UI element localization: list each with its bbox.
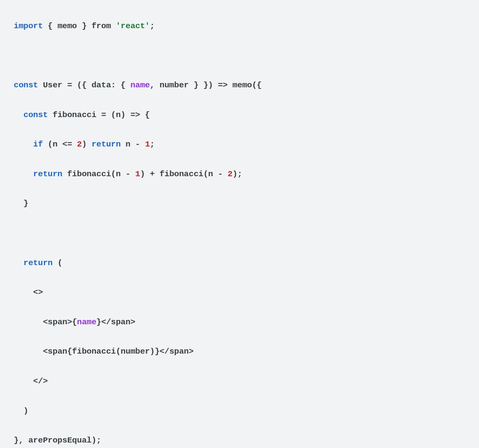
code-line-empty — [14, 48, 465, 63]
jsx-tag: </span> — [101, 318, 135, 327]
property-name: name — [77, 318, 96, 327]
number-literal: 1 — [135, 170, 140, 179]
code-indent — [14, 110, 24, 119]
jsx-fragment: <> — [14, 288, 43, 297]
code-text: } — [96, 318, 101, 327]
code-line: const User = ({ data: { name, number } }… — [14, 78, 465, 93]
code-text: { — [72, 318, 77, 327]
code-text: ) — [82, 140, 92, 149]
code-text: ; — [150, 22, 154, 31]
string-literal: 'react' — [116, 22, 150, 31]
jsx-fragment-close: </> — [14, 377, 48, 386]
jsx-tag: </span> — [160, 347, 194, 356]
code-line: } — [14, 196, 465, 211]
code-text: fibonacci = (n) => { — [48, 110, 150, 119]
code-line: import { memo } from 'react'; — [14, 19, 465, 34]
code-line: </> — [14, 374, 465, 389]
code-indent — [14, 140, 33, 149]
code-text: ; — [150, 140, 154, 149]
code-text: {fibonacci(number)} — [67, 347, 160, 356]
jsx-tag: <span — [43, 347, 67, 356]
number-literal: 2 — [77, 140, 82, 149]
code-line: <span{fibonacci(number)}</span> — [14, 344, 465, 359]
code-line: }, arePropsEqual); — [14, 433, 465, 448]
code-line: return ( — [14, 256, 465, 271]
code-indent — [14, 318, 43, 327]
code-line: ) — [14, 404, 465, 419]
code-text: ( — [53, 258, 62, 267]
code-indent — [14, 170, 33, 179]
code-line: <span>{name}</span> — [14, 315, 465, 330]
code-text: fibonacci(n - — [62, 170, 135, 179]
code-line: const fibonacci = (n) => { — [14, 108, 465, 123]
keyword-if: if — [33, 140, 43, 149]
code-text: User = ({ data: { — [38, 81, 131, 90]
keyword-return: return — [91, 140, 120, 149]
code-line: <> — [14, 285, 465, 300]
code-line-empty — [14, 226, 465, 241]
keyword-const: const — [14, 81, 38, 90]
number-literal: 2 — [228, 170, 232, 179]
code-text: n - — [121, 140, 145, 149]
keyword-return: return — [24, 258, 53, 267]
code-text: ) — [14, 406, 28, 415]
code-text: , number } }) => memo({ — [150, 81, 261, 90]
code-text: }, arePropsEqual); — [14, 436, 101, 445]
jsx-tag: <span> — [43, 318, 72, 327]
code-line: return fibonacci(n - 1) + fibonacci(n - … — [14, 167, 465, 182]
code-text: ); — [232, 170, 242, 179]
code-text: } — [14, 199, 28, 208]
code-block: import { memo } from 'react'; const User… — [14, 4, 465, 448]
code-text: { memo } from — [43, 22, 116, 31]
code-text: (n <= — [43, 140, 77, 149]
code-text: ) + fibonacci(n - — [140, 170, 227, 179]
code-indent — [14, 258, 24, 267]
code-line: if (n <= 2) return n - 1; — [14, 137, 465, 152]
code-indent — [14, 347, 43, 356]
keyword-import: import — [14, 22, 43, 31]
property-name: name — [131, 81, 150, 90]
number-literal: 1 — [145, 140, 150, 149]
keyword-const: const — [24, 110, 48, 119]
keyword-return: return — [33, 170, 62, 179]
